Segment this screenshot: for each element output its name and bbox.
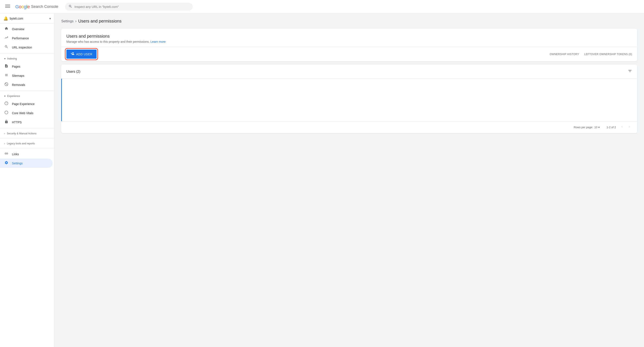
sidebar-item-settings-label: Settings bbox=[12, 162, 23, 165]
pagination-nav bbox=[619, 124, 632, 130]
sitemaps-icon bbox=[4, 73, 8, 78]
leftover-tokens-link[interactable]: LEFTOVER OWNERSHIP TOKENS (0) bbox=[584, 53, 632, 56]
users-table-card: Users (2) Rows per page: 10 ▾ 1-2 of 2 bbox=[61, 65, 637, 133]
card-action-links: OWNERSHIP HISTORY LEFTOVER OWNERSHIP TOK… bbox=[550, 53, 632, 56]
add-user-label: ADD USER bbox=[76, 52, 92, 56]
chevron-down-icon: ▾ bbox=[4, 94, 6, 98]
home-icon bbox=[4, 26, 8, 32]
indexing-section-label: Indexing bbox=[7, 57, 17, 60]
main-content: Settings › Users and permissions Users a… bbox=[54, 14, 644, 347]
search-small-icon bbox=[4, 45, 8, 50]
sidebar-item-core-web-vitals[interactable]: Core Web Vitals bbox=[0, 108, 52, 118]
search-bar[interactable] bbox=[65, 3, 193, 11]
core-web-vitals-icon bbox=[4, 110, 8, 116]
users-card-footer: Rows per page: 10 ▾ 1-2 of 2 bbox=[61, 121, 637, 133]
pages-icon bbox=[4, 64, 8, 69]
security-section-label: Security & Manual Actions bbox=[7, 132, 36, 135]
search-input[interactable] bbox=[74, 5, 189, 8]
users-table-title: Users (2) bbox=[66, 70, 80, 74]
sidebar-item-overview-label: Overview bbox=[12, 28, 24, 31]
security-section-header[interactable]: › Security & Manual Actions bbox=[0, 130, 54, 137]
breadcrumb: Settings › Users and permissions bbox=[61, 19, 637, 24]
add-user-button[interactable]: ADD USER bbox=[66, 50, 96, 59]
chevron-down-icon: ▾ bbox=[4, 57, 6, 60]
search-icon bbox=[68, 4, 72, 9]
users-permissions-card: Users and permissions Manage who has acc… bbox=[61, 29, 637, 61]
removals-icon bbox=[4, 82, 8, 87]
sidebar-item-links[interactable]: Links bbox=[0, 150, 52, 158]
card-header: Users and permissions Manage who has acc… bbox=[61, 29, 637, 47]
users-card-header: Users (2) bbox=[61, 65, 637, 79]
indexing-section-header[interactable]: ▾ Indexing bbox=[0, 56, 54, 62]
sidebar-item-page-experience[interactable]: Page Experience bbox=[0, 99, 52, 108]
pagination-info: 1-2 of 2 bbox=[606, 126, 616, 129]
sidebar-item-removals-label: Removals bbox=[12, 83, 25, 86]
chevron-down-icon: ▾ bbox=[49, 17, 51, 20]
sidebar-item-removals[interactable]: Removals bbox=[0, 80, 52, 89]
sidebar-item-overview[interactable]: Overview bbox=[0, 24, 52, 34]
sidebar-item-https-label: HTTPS bbox=[12, 120, 22, 124]
google-wordmark: Google bbox=[15, 4, 30, 10]
legacy-section-header[interactable]: › Legacy tools and reports bbox=[0, 140, 54, 147]
sidebar-item-pages-label: Pages bbox=[12, 65, 20, 68]
breadcrumb-separator: › bbox=[75, 19, 76, 24]
page-experience-icon bbox=[4, 102, 8, 106]
svg-line-4 bbox=[5, 83, 8, 86]
bell-icon: 🔔 bbox=[4, 16, 8, 21]
https-icon bbox=[4, 120, 8, 124]
rows-per-page-label: Rows per page: bbox=[574, 126, 593, 129]
rows-per-page-select[interactable]: 10 ▾ bbox=[594, 126, 600, 129]
main-layout: 🔔 byteli.com ▾ Overview Performance URL … bbox=[0, 14, 644, 347]
svg-point-8 bbox=[5, 111, 8, 114]
legacy-section-label: Legacy tools and reports bbox=[7, 142, 35, 145]
experience-section-label: Experience bbox=[7, 94, 20, 98]
ownership-history-link[interactable]: OWNERSHIP HISTORY bbox=[550, 53, 579, 56]
sidebar-item-pages[interactable]: Pages bbox=[0, 62, 52, 71]
card-subtitle: Manage who has access to this property a… bbox=[66, 40, 632, 44]
sidebar-item-performance[interactable]: Performance bbox=[0, 34, 52, 43]
links-icon bbox=[4, 152, 8, 156]
breadcrumb-current: Users and permissions bbox=[78, 19, 122, 24]
property-selector[interactable]: 🔔 byteli.com ▾ bbox=[0, 14, 54, 24]
sidebar-item-https[interactable]: HTTPS bbox=[0, 118, 52, 127]
card-subtitle-text: Manage who has access to this property a… bbox=[66, 40, 150, 44]
rows-per-page-value: 10 bbox=[594, 126, 597, 129]
experience-section-header[interactable]: ▾ Experience bbox=[0, 93, 54, 99]
sidebar-item-url-inspection[interactable]: URL inspection bbox=[0, 43, 52, 52]
topbar: Google Search Console bbox=[0, 0, 644, 14]
sidebar-item-sitemaps-label: Sitemaps bbox=[12, 74, 24, 78]
svg-rect-0 bbox=[5, 5, 10, 5]
card-title: Users and permissions bbox=[66, 34, 632, 39]
card-actions: ADD USER OWNERSHIP HISTORY LEFTOVER OWNE… bbox=[61, 47, 637, 61]
chevron-right-icon: › bbox=[4, 132, 5, 135]
chevron-right-icon: › bbox=[4, 142, 5, 145]
sidebar: 🔔 byteli.com ▾ Overview Performance URL … bbox=[0, 14, 54, 347]
pagination-prev-button[interactable] bbox=[619, 124, 625, 130]
rows-per-page: Rows per page: 10 ▾ bbox=[574, 126, 600, 129]
nav-divider-5 bbox=[0, 148, 54, 148]
app-logo: Google Search Console bbox=[15, 4, 58, 10]
learn-more-link[interactable]: Learn more bbox=[150, 40, 166, 44]
sidebar-item-sitemaps[interactable]: Sitemaps bbox=[0, 71, 52, 80]
svg-rect-1 bbox=[5, 6, 10, 6]
sidebar-item-performance-label: Performance bbox=[12, 36, 29, 40]
pagination-next-button[interactable] bbox=[626, 124, 632, 130]
menu-icon[interactable] bbox=[4, 2, 12, 12]
sidebar-item-page-experience-label: Page Experience bbox=[12, 102, 35, 106]
settings-icon bbox=[4, 161, 8, 166]
nav-divider-2 bbox=[0, 90, 54, 91]
nav-divider-3 bbox=[0, 128, 54, 128]
trending-up-icon bbox=[4, 36, 8, 40]
sidebar-item-url-inspection-label: URL inspection bbox=[12, 46, 32, 49]
add-user-icon bbox=[70, 52, 74, 56]
sidebar-item-links-label: Links bbox=[12, 152, 19, 156]
breadcrumb-parent: Settings bbox=[61, 19, 74, 23]
sidebar-item-core-web-vitals-label: Core Web Vitals bbox=[12, 112, 34, 115]
users-list bbox=[61, 79, 637, 121]
app-name-label: Search Console bbox=[31, 4, 58, 9]
sidebar-item-settings[interactable]: Settings bbox=[0, 158, 52, 168]
property-name: byteli.com bbox=[10, 17, 48, 20]
chevron-down-icon: ▾ bbox=[598, 126, 600, 129]
nav-divider-4 bbox=[0, 138, 54, 138]
filter-icon[interactable] bbox=[628, 69, 632, 74]
